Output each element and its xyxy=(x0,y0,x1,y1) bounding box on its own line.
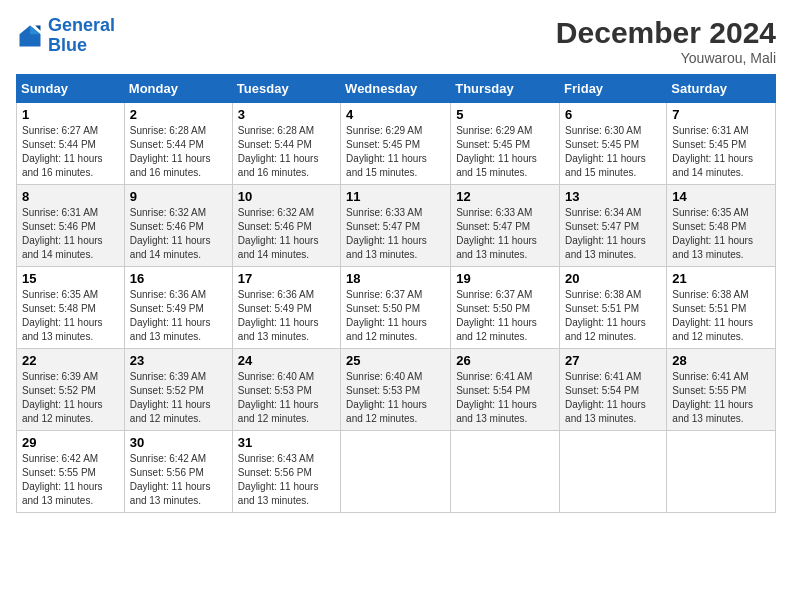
day-info: Sunrise: 6:41 AMSunset: 5:54 PMDaylight:… xyxy=(456,370,554,426)
svg-marker-2 xyxy=(35,25,40,30)
calendar-cell: 14Sunrise: 6:35 AMSunset: 5:48 PMDayligh… xyxy=(667,185,776,267)
calendar-cell: 16Sunrise: 6:36 AMSunset: 5:49 PMDayligh… xyxy=(124,267,232,349)
day-info: Sunrise: 6:29 AMSunset: 5:45 PMDaylight:… xyxy=(456,124,554,180)
week-row-1: 1Sunrise: 6:27 AMSunset: 5:44 PMDaylight… xyxy=(17,103,776,185)
calendar-cell: 24Sunrise: 6:40 AMSunset: 5:53 PMDayligh… xyxy=(232,349,340,431)
day-info: Sunrise: 6:31 AMSunset: 5:46 PMDaylight:… xyxy=(22,206,119,262)
day-info: Sunrise: 6:40 AMSunset: 5:53 PMDaylight:… xyxy=(238,370,335,426)
day-info: Sunrise: 6:38 AMSunset: 5:51 PMDaylight:… xyxy=(565,288,661,344)
day-number: 9 xyxy=(130,189,227,204)
day-number: 5 xyxy=(456,107,554,122)
calendar-cell: 2Sunrise: 6:28 AMSunset: 5:44 PMDaylight… xyxy=(124,103,232,185)
day-info: Sunrise: 6:42 AMSunset: 5:56 PMDaylight:… xyxy=(130,452,227,508)
week-row-5: 29Sunrise: 6:42 AMSunset: 5:55 PMDayligh… xyxy=(17,431,776,513)
day-number: 28 xyxy=(672,353,770,368)
header-day-monday: Monday xyxy=(124,75,232,103)
calendar-cell: 23Sunrise: 6:39 AMSunset: 5:52 PMDayligh… xyxy=(124,349,232,431)
day-number: 21 xyxy=(672,271,770,286)
calendar-cell: 13Sunrise: 6:34 AMSunset: 5:47 PMDayligh… xyxy=(560,185,667,267)
calendar-cell xyxy=(451,431,560,513)
day-info: Sunrise: 6:29 AMSunset: 5:45 PMDaylight:… xyxy=(346,124,445,180)
calendar-cell: 28Sunrise: 6:41 AMSunset: 5:55 PMDayligh… xyxy=(667,349,776,431)
day-number: 2 xyxy=(130,107,227,122)
day-info: Sunrise: 6:36 AMSunset: 5:49 PMDaylight:… xyxy=(238,288,335,344)
day-info: Sunrise: 6:32 AMSunset: 5:46 PMDaylight:… xyxy=(238,206,335,262)
day-number: 27 xyxy=(565,353,661,368)
calendar-cell: 3Sunrise: 6:28 AMSunset: 5:44 PMDaylight… xyxy=(232,103,340,185)
day-number: 1 xyxy=(22,107,119,122)
header-day-wednesday: Wednesday xyxy=(341,75,451,103)
day-info: Sunrise: 6:28 AMSunset: 5:44 PMDaylight:… xyxy=(238,124,335,180)
week-row-3: 15Sunrise: 6:35 AMSunset: 5:48 PMDayligh… xyxy=(17,267,776,349)
calendar-cell xyxy=(667,431,776,513)
location: Youwarou, Mali xyxy=(556,50,776,66)
day-number: 7 xyxy=(672,107,770,122)
day-info: Sunrise: 6:35 AMSunset: 5:48 PMDaylight:… xyxy=(22,288,119,344)
day-info: Sunrise: 6:28 AMSunset: 5:44 PMDaylight:… xyxy=(130,124,227,180)
day-info: Sunrise: 6:31 AMSunset: 5:45 PMDaylight:… xyxy=(672,124,770,180)
logo-icon xyxy=(16,22,44,50)
day-number: 8 xyxy=(22,189,119,204)
calendar-cell: 18Sunrise: 6:37 AMSunset: 5:50 PMDayligh… xyxy=(341,267,451,349)
calendar-cell: 4Sunrise: 6:29 AMSunset: 5:45 PMDaylight… xyxy=(341,103,451,185)
calendar-cell: 7Sunrise: 6:31 AMSunset: 5:45 PMDaylight… xyxy=(667,103,776,185)
week-row-4: 22Sunrise: 6:39 AMSunset: 5:52 PMDayligh… xyxy=(17,349,776,431)
day-info: Sunrise: 6:42 AMSunset: 5:55 PMDaylight:… xyxy=(22,452,119,508)
day-info: Sunrise: 6:38 AMSunset: 5:51 PMDaylight:… xyxy=(672,288,770,344)
day-number: 23 xyxy=(130,353,227,368)
header-day-saturday: Saturday xyxy=(667,75,776,103)
calendar-cell: 20Sunrise: 6:38 AMSunset: 5:51 PMDayligh… xyxy=(560,267,667,349)
calendar-cell: 27Sunrise: 6:41 AMSunset: 5:54 PMDayligh… xyxy=(560,349,667,431)
day-number: 3 xyxy=(238,107,335,122)
day-info: Sunrise: 6:33 AMSunset: 5:47 PMDaylight:… xyxy=(346,206,445,262)
day-number: 20 xyxy=(565,271,661,286)
day-number: 24 xyxy=(238,353,335,368)
day-number: 11 xyxy=(346,189,445,204)
day-number: 17 xyxy=(238,271,335,286)
day-number: 19 xyxy=(456,271,554,286)
day-info: Sunrise: 6:35 AMSunset: 5:48 PMDaylight:… xyxy=(672,206,770,262)
calendar-cell: 11Sunrise: 6:33 AMSunset: 5:47 PMDayligh… xyxy=(341,185,451,267)
day-info: Sunrise: 6:43 AMSunset: 5:56 PMDaylight:… xyxy=(238,452,335,508)
day-number: 26 xyxy=(456,353,554,368)
calendar-cell: 5Sunrise: 6:29 AMSunset: 5:45 PMDaylight… xyxy=(451,103,560,185)
calendar-cell: 8Sunrise: 6:31 AMSunset: 5:46 PMDaylight… xyxy=(17,185,125,267)
day-info: Sunrise: 6:30 AMSunset: 5:45 PMDaylight:… xyxy=(565,124,661,180)
day-number: 18 xyxy=(346,271,445,286)
page-header: General Blue December 2024 Youwarou, Mal… xyxy=(16,16,776,66)
calendar-cell: 26Sunrise: 6:41 AMSunset: 5:54 PMDayligh… xyxy=(451,349,560,431)
calendar-cell: 12Sunrise: 6:33 AMSunset: 5:47 PMDayligh… xyxy=(451,185,560,267)
day-number: 12 xyxy=(456,189,554,204)
day-info: Sunrise: 6:39 AMSunset: 5:52 PMDaylight:… xyxy=(22,370,119,426)
calendar-cell: 15Sunrise: 6:35 AMSunset: 5:48 PMDayligh… xyxy=(17,267,125,349)
calendar-cell: 22Sunrise: 6:39 AMSunset: 5:52 PMDayligh… xyxy=(17,349,125,431)
day-info: Sunrise: 6:33 AMSunset: 5:47 PMDaylight:… xyxy=(456,206,554,262)
calendar-cell: 30Sunrise: 6:42 AMSunset: 5:56 PMDayligh… xyxy=(124,431,232,513)
day-info: Sunrise: 6:41 AMSunset: 5:54 PMDaylight:… xyxy=(565,370,661,426)
calendar-cell: 29Sunrise: 6:42 AMSunset: 5:55 PMDayligh… xyxy=(17,431,125,513)
calendar-cell: 21Sunrise: 6:38 AMSunset: 5:51 PMDayligh… xyxy=(667,267,776,349)
day-info: Sunrise: 6:37 AMSunset: 5:50 PMDaylight:… xyxy=(456,288,554,344)
calendar-cell: 9Sunrise: 6:32 AMSunset: 5:46 PMDaylight… xyxy=(124,185,232,267)
day-number: 14 xyxy=(672,189,770,204)
header-day-tuesday: Tuesday xyxy=(232,75,340,103)
day-number: 30 xyxy=(130,435,227,450)
header-day-sunday: Sunday xyxy=(17,75,125,103)
logo: General Blue xyxy=(16,16,115,56)
day-number: 29 xyxy=(22,435,119,450)
calendar-body: 1Sunrise: 6:27 AMSunset: 5:44 PMDaylight… xyxy=(17,103,776,513)
title-block: December 2024 Youwarou, Mali xyxy=(556,16,776,66)
day-number: 16 xyxy=(130,271,227,286)
day-info: Sunrise: 6:36 AMSunset: 5:49 PMDaylight:… xyxy=(130,288,227,344)
header-day-friday: Friday xyxy=(560,75,667,103)
day-number: 22 xyxy=(22,353,119,368)
day-number: 6 xyxy=(565,107,661,122)
day-info: Sunrise: 6:39 AMSunset: 5:52 PMDaylight:… xyxy=(130,370,227,426)
week-row-2: 8Sunrise: 6:31 AMSunset: 5:46 PMDaylight… xyxy=(17,185,776,267)
calendar-table: SundayMondayTuesdayWednesdayThursdayFrid… xyxy=(16,74,776,513)
day-number: 13 xyxy=(565,189,661,204)
day-number: 31 xyxy=(238,435,335,450)
day-info: Sunrise: 6:32 AMSunset: 5:46 PMDaylight:… xyxy=(130,206,227,262)
calendar-cell: 31Sunrise: 6:43 AMSunset: 5:56 PMDayligh… xyxy=(232,431,340,513)
calendar-cell xyxy=(560,431,667,513)
